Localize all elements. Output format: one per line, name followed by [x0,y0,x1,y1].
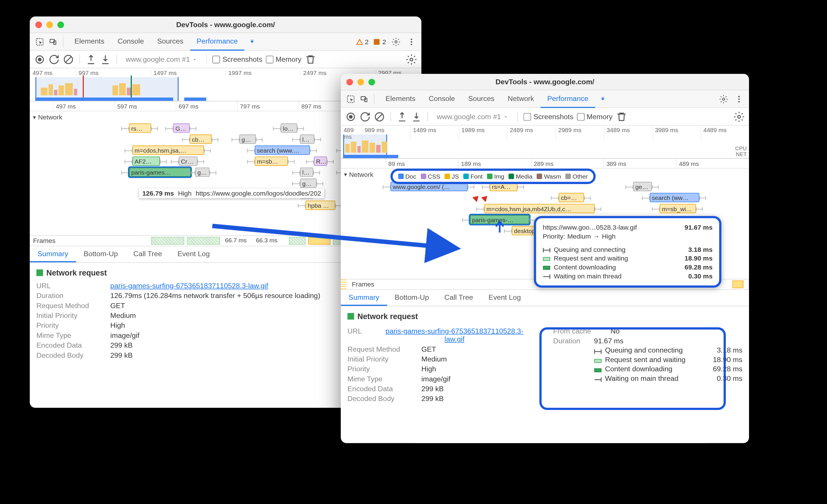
record-icon[interactable] [34,54,45,65]
issues-badge[interactable]: 2 [373,38,386,46]
clear-icon[interactable] [63,54,74,65]
legend-item-css: CSS [421,173,440,180]
more-tabs-icon[interactable] [247,36,257,47]
network-request-bar[interactable]: m=sb_wi… [660,204,696,213]
network-request-bar[interactable]: l… [300,168,313,177]
network-request-bar[interactable]: ge… [633,182,652,191]
tab-performance[interactable]: Performance [541,90,595,108]
titlebar: DevTools - www.google.com/ [341,74,749,90]
details-tab-eventlog[interactable]: Event Log [481,290,528,306]
warnings-badge[interactable]: 2 [355,38,369,46]
overview[interactable]: 489 ms 989 ms 1489 ms 1989 ms 2489 ms 29… [341,125,749,159]
network-request-bar[interactable]: ge… [300,179,317,188]
network-request-bar[interactable]: G… [173,123,190,133]
record-icon[interactable] [345,111,356,122]
tab-sources[interactable]: Sources [150,33,190,51]
device-icon[interactable] [359,94,370,104]
svg-rect-3 [374,39,380,44]
details-heading: Network request [347,312,742,321]
url-link[interactable]: paris-games-surfing-6753651837110528.3-l… [386,327,524,343]
legend-item-media: Media [509,173,532,180]
duration-breakdown-highlight [539,327,726,410]
waiting-icon [543,273,550,279]
detail-method: Request MethodGET [347,345,537,353]
network-hover-card: https://www.goo…0528.3-law.gif91.67 ms P… [534,216,721,288]
svg-point-15 [723,98,725,100]
network-request-bar[interactable]: m=sb… [255,156,288,166]
svg-point-22 [738,115,741,118]
reload-icon[interactable] [359,111,371,122]
legend-item-font: Font [463,173,483,180]
network-request-bar[interactable]: R… [314,156,327,166]
network-request-bar[interactable]: l… [300,134,314,144]
screenshots-checkbox[interactable]: Screenshots [212,55,262,63]
network-track-header[interactable]: ▼Network [32,113,62,121]
network-request-bar[interactable]: lo… [281,123,297,133]
network-request-bar[interactable]: cb=… [559,193,584,202]
network-request-bar[interactable]: g… [195,168,210,177]
network-request-bar[interactable]: g… [239,134,256,144]
tab-elements[interactable]: Elements [68,33,111,51]
download-icon[interactable] [411,111,422,122]
capture-settings-icon[interactable] [406,54,417,65]
tab-performance[interactable]: Performance [190,33,244,51]
device-icon[interactable] [47,36,58,47]
more-icon[interactable] [406,36,417,47]
net-label: NET [736,151,747,157]
priority-arrow-icon [495,220,504,232]
window-title: DevTools - www.google.com/ [30,20,421,29]
tab-elements[interactable]: Elements [379,90,422,108]
details-tab-summary[interactable]: Summary [341,290,387,306]
upload-icon[interactable] [86,54,96,65]
gc-icon[interactable] [305,54,315,65]
details-tab-eventlog[interactable]: Event Log [170,246,217,262]
screenshots-checkbox[interactable]: Screenshots [524,113,573,121]
gc-icon[interactable] [616,111,627,122]
devtools-window-2: DevTools - www.google.com/ Elements Cons… [341,74,749,443]
capture-settings-icon[interactable] [733,111,744,122]
url-link[interactable]: paris-games-surfing-6753651837110528.3-l… [110,282,268,290]
details-tab-bottomup[interactable]: Bottom-Up [387,290,437,306]
inspect-icon[interactable] [34,36,45,47]
settings-icon[interactable] [390,36,401,47]
network-request-bar[interactable]: hpba … [305,201,335,210]
legend-item-wasm: Wasm [537,173,561,180]
network-request-bar[interactable]: paris-games… [129,168,191,177]
upload-icon[interactable] [396,111,407,122]
tab-console[interactable]: Console [111,33,150,51]
clear-icon[interactable] [374,111,385,122]
details-tab-bottomup[interactable]: Bottom-Up [76,246,126,262]
network-request-bar[interactable]: AF2… [132,156,160,166]
tab-sources[interactable]: Sources [461,90,501,108]
details-tab-summary[interactable]: Summary [30,246,76,262]
details-tab-calltree[interactable]: Call Tree [437,290,481,306]
more-icon[interactable] [733,94,744,104]
recording-select[interactable]: www.google.com #1 [433,113,512,121]
timing-row: Content downloading69.28 ms [543,263,712,271]
reload-icon[interactable] [49,54,59,65]
network-request-bar[interactable]: search (www.… [255,146,310,155]
network-request-bar[interactable]: rs… [129,123,151,133]
network-request-bar[interactable]: search (ww… [650,193,699,202]
more-tabs-icon[interactable] [597,94,608,104]
memory-checkbox[interactable]: Memory [266,55,301,63]
svg-rect-26 [543,266,550,270]
frames-label: Frames [352,280,375,288]
network-request-bar[interactable]: m=cdos,hsm,jsa,mb4ZUb,d,c… [484,204,594,213]
network-request-bar[interactable]: cb… [190,134,212,144]
settings-icon[interactable] [718,94,729,104]
network-request-bar[interactable]: m=cdos,hsm,jsa,… [132,146,204,155]
download-icon[interactable] [100,54,111,65]
inspect-icon[interactable] [345,94,356,104]
network-track-header[interactable]: ▼Network [343,171,373,179]
tab-console[interactable]: Console [422,90,462,108]
network-legend: DocCSSJSFontImgMediaWasmOther [390,168,595,184]
window-title: DevTools - www.google.com/ [341,77,749,86]
tab-network[interactable]: Network [501,90,541,108]
img-color-swatch [36,270,43,276]
legend-item-img: Img [487,173,504,180]
details-tab-calltree[interactable]: Call Tree [126,246,170,262]
recording-select[interactable]: www.google.com #1 [123,55,201,63]
network-request-bar[interactable]: Cr… [179,156,197,166]
memory-checkbox[interactable]: Memory [577,113,613,121]
